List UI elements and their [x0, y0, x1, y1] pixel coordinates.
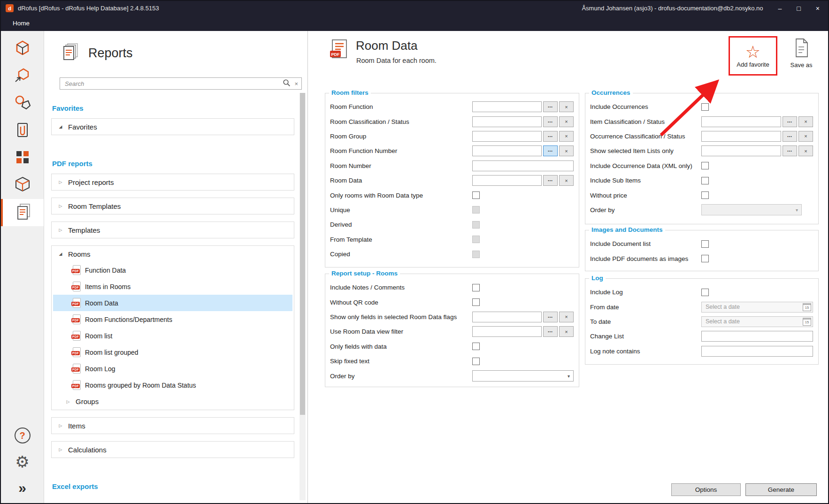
report-item-room-data[interactable]: PDF Room Data — [53, 295, 292, 311]
field-controls: ▾ — [472, 370, 574, 382]
close-button[interactable]: × — [816, 5, 820, 12]
sidebar-bottom: ? ⚙ » — [1, 422, 44, 503]
room-classification-input[interactable] — [472, 116, 542, 127]
item-classification-clear-button[interactable]: × — [798, 116, 813, 127]
skip-fixed-text-checkbox[interactable] — [472, 358, 480, 365]
room-function-number-lookup-button[interactable]: ••• — [543, 145, 558, 156]
generate-button[interactable]: Generate — [745, 483, 817, 496]
save-as-button[interactable]: Save as — [784, 38, 819, 69]
expander-rooms[interactable]: ◢ Rooms — [52, 246, 294, 262]
reports-scrollbar[interactable] — [299, 93, 306, 500]
search-input[interactable] — [64, 80, 279, 88]
room-group-lookup-button[interactable]: ••• — [543, 131, 558, 142]
item-classification-input[interactable] — [701, 116, 781, 127]
room-function-number-clear-button[interactable]: × — [559, 145, 574, 156]
include-occurrences-checkbox[interactable] — [701, 103, 709, 111]
occurrence-classification-clear-button[interactable]: × — [798, 131, 813, 142]
expander-groups[interactable]: ▷ Groups — [52, 393, 294, 410]
room-classification-clear-button[interactable]: × — [559, 116, 574, 127]
pdf-icon: PDF — [73, 380, 81, 390]
calendar-icon[interactable]: 15 — [803, 318, 811, 326]
expanded-arrow-icon: ◢ — [58, 124, 63, 129]
maximize-button[interactable]: □ — [797, 5, 800, 12]
calendar-icon[interactable]: 15 — [803, 303, 811, 311]
minimize-button[interactable]: – — [778, 5, 782, 12]
expander-project-reports[interactable]: ▷ Project reports — [52, 174, 294, 190]
include-document-list-checkbox[interactable] — [701, 240, 709, 248]
room-group-clear-button[interactable]: × — [559, 131, 574, 142]
occurrence-classification-lookup-button[interactable]: ••• — [783, 131, 797, 142]
room-function-input[interactable] — [472, 101, 542, 112]
expand-sidebar-button[interactable]: » — [1, 475, 44, 501]
sidebar-item-attachments[interactable] — [1, 117, 44, 145]
to-date-input[interactable] — [705, 318, 801, 325]
report-item-items-in-rooms[interactable]: PDF Items in Rooms — [53, 278, 292, 295]
expander-label: Project reports — [68, 178, 114, 186]
report-item-room-log[interactable]: PDF Room Log — [53, 360, 292, 377]
room-group-input[interactable] — [472, 131, 542, 142]
help-button[interactable]: ? — [1, 422, 44, 449]
item-lists-clear-button[interactable]: × — [798, 145, 813, 156]
star-icon[interactable]: ☆ — [745, 44, 760, 61]
item-lists-lookup-button[interactable]: ••• — [783, 145, 797, 156]
room-function-number-input[interactable] — [472, 145, 542, 156]
report-item-room-list[interactable]: PDF Room list — [53, 328, 292, 344]
item-classification-lookup-button[interactable]: ••• — [783, 116, 797, 127]
room-data-input[interactable] — [472, 175, 542, 186]
only-fields-with-data-checkbox[interactable] — [472, 343, 480, 350]
room-classification-lookup-button[interactable]: ••• — [543, 116, 558, 127]
occurrence-classification-input[interactable] — [701, 131, 781, 142]
room-data-view-filter-lookup-button[interactable]: ••• — [543, 326, 558, 337]
field-label: Change List — [590, 333, 624, 340]
expander-templates[interactable]: ▷ Templates — [52, 222, 294, 238]
sidebar-item-reports[interactable] — [1, 199, 44, 226]
expander-items[interactable]: ▷ Items — [52, 418, 294, 434]
without-qr-code-checkbox[interactable] — [472, 298, 480, 306]
room-data-view-filter-clear-button[interactable]: × — [559, 326, 574, 337]
field-label: Unique — [330, 206, 350, 214]
room-data-view-filter-input[interactable] — [472, 326, 542, 337]
tab-home[interactable]: Home — [13, 20, 30, 27]
expander-room-templates[interactable]: ▷ Room Templates — [52, 198, 294, 214]
report-item-function-data[interactable]: PDF Function Data — [53, 262, 292, 278]
report-item-rooms-grouped-by-status[interactable]: PDF Rooms grouped by Room Data Status — [53, 377, 292, 393]
add-favorite-button[interactable]: Add favorite — [737, 61, 769, 68]
room-data-flags-input[interactable] — [472, 312, 542, 322]
room-data-flags-lookup-button[interactable]: ••• — [543, 312, 558, 322]
include-notes-comments-checkbox[interactable] — [472, 284, 480, 291]
sidebar-item-buildings[interactable] — [1, 145, 44, 172]
include-pdf-documents-checkbox[interactable] — [701, 255, 709, 262]
expander-calculations[interactable]: ▷ Calculations — [52, 442, 294, 458]
from-date-input[interactable] — [705, 303, 801, 311]
room-function-lookup-button[interactable]: ••• — [543, 101, 558, 112]
room-data-clear-button[interactable]: × — [559, 175, 574, 186]
options-button[interactable]: Options — [671, 483, 741, 496]
sidebar-item-room-functions[interactable] — [1, 63, 44, 90]
item-lists-input[interactable] — [701, 145, 781, 156]
report-item-room-list-grouped[interactable]: PDF Room list grouped — [53, 344, 292, 360]
log-note-contains-input[interactable] — [701, 346, 813, 357]
settings-button[interactable]: ⚙ — [1, 449, 44, 475]
room-data-flags-clear-button[interactable]: × — [559, 312, 574, 322]
section-header-pdf-reports: PDF reports — [52, 160, 294, 168]
report-item-room-functions-departments[interactable]: PDF Room Functions/Departments — [53, 311, 292, 328]
rooms-order-by-select[interactable]: ▾ — [472, 370, 574, 382]
without-price-checkbox[interactable] — [701, 191, 709, 199]
sidebar-item-items[interactable] — [1, 90, 44, 117]
search-clear-icon[interactable]: × — [294, 80, 298, 87]
field-row: Show selected Item Lists only ••• × — [590, 144, 813, 158]
only-rooms-with-room-data-type-checkbox[interactable] — [472, 191, 480, 199]
scrollbar-thumb[interactable] — [300, 93, 305, 415]
search-icon[interactable] — [283, 79, 291, 89]
change-list-input[interactable] — [701, 331, 813, 342]
room-number-input[interactable] — [472, 160, 574, 171]
expander-label: Items — [68, 422, 85, 430]
room-function-clear-button[interactable]: × — [559, 101, 574, 112]
include-occurrence-data-xml-checkbox[interactable] — [701, 162, 709, 169]
sidebar-item-rooms[interactable] — [1, 36, 44, 63]
room-data-lookup-button[interactable]: ••• — [543, 175, 558, 186]
sidebar-item-products[interactable] — [1, 172, 44, 199]
expander-favorites[interactable]: ◢ Favorites — [52, 119, 294, 135]
include-log-checkbox[interactable] — [701, 289, 709, 296]
include-sub-items-checkbox[interactable] — [701, 177, 709, 184]
